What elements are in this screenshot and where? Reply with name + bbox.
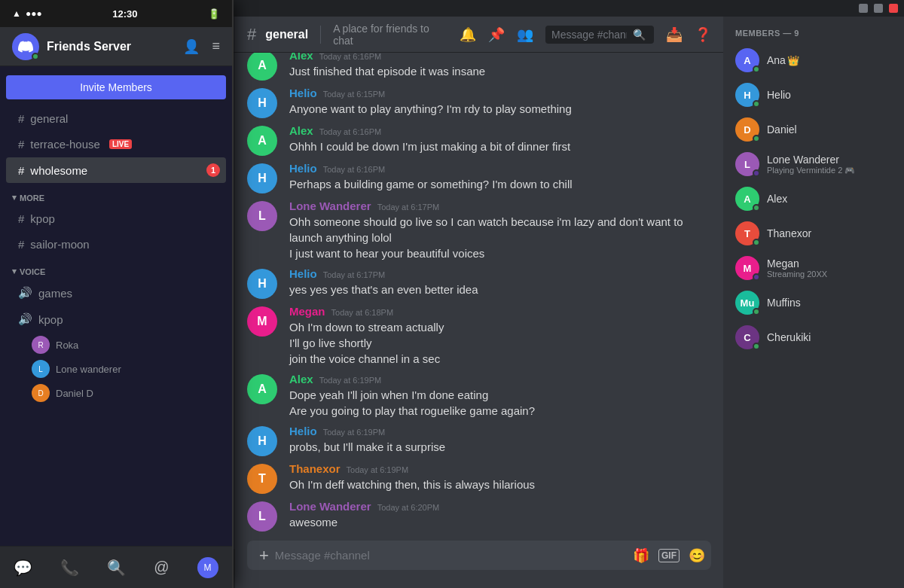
mobile-chat-icon[interactable]: 💬 bbox=[14, 559, 32, 577]
mobile-channel-terrace-house[interactable]: # terrace-house LIVE bbox=[6, 132, 226, 157]
online-indicator bbox=[32, 53, 39, 60]
mobile-call-icon[interactable]: 📞 bbox=[60, 559, 79, 577]
member-avatar: Mu bbox=[735, 291, 759, 315]
pin-icon[interactable]: 📌 bbox=[488, 26, 505, 43]
message-author[interactable]: Lone Wanderer bbox=[289, 500, 371, 513]
gift-icon[interactable]: 🎁 bbox=[633, 547, 649, 564]
message-time: Today at 6:20PM bbox=[377, 503, 440, 512]
message-author[interactable]: Helio bbox=[289, 267, 317, 280]
message-group: H Helio Today at 6:16PM Perhaps a buildi… bbox=[235, 159, 723, 197]
member-item[interactable]: M Megan Streaming 20XX bbox=[729, 251, 898, 285]
member-status-text: Streaming 20XX bbox=[767, 270, 892, 279]
signal-indicators: ▲ ●●● bbox=[12, 8, 42, 19]
member-name: Thanexor bbox=[767, 227, 892, 239]
speaker-icon: 🔊 bbox=[18, 312, 32, 326]
message-text-line: Oh I'm down to stream actually bbox=[289, 319, 711, 335]
mobile-channel-general[interactable]: # general bbox=[6, 106, 226, 131]
mobile-voice-games[interactable]: 🔊 games bbox=[6, 280, 226, 306]
mobile-channel-kpop[interactable]: # kpop bbox=[6, 206, 226, 231]
mobile-voice-kpop[interactable]: 🔊 kpop bbox=[6, 306, 226, 332]
message-text-line: I'll go live shortly bbox=[289, 335, 711, 351]
member-info: Megan Streaming 20XX bbox=[767, 257, 892, 279]
message-text: yes yes yes that's an even better idea bbox=[289, 282, 711, 297]
member-avatar: T bbox=[735, 221, 759, 245]
mobile-header-icons: 👤 ≡ bbox=[183, 38, 220, 55]
member-avatar: D bbox=[735, 117, 759, 142]
mobile-more-category[interactable]: ▾ MORE bbox=[0, 184, 232, 206]
mobile-voice-user-lone-wanderer[interactable]: L Lone wanderer bbox=[0, 357, 232, 381]
avatar: L bbox=[32, 360, 50, 378]
member-info: Alex bbox=[767, 193, 892, 205]
chevron-icon: ▾ bbox=[12, 193, 17, 203]
message-author[interactable]: Helio bbox=[289, 425, 317, 437]
mobile-menu-icon[interactable]: ≡ bbox=[212, 38, 220, 55]
message-content: Helio Today at 6:19PM probs, but I'll ma… bbox=[289, 425, 711, 455]
mobile-search-icon[interactable]: 🔍 bbox=[107, 559, 126, 577]
message-text-line: Just finished that episode it was insane bbox=[289, 63, 711, 79]
message-author[interactable]: Helio bbox=[289, 87, 317, 99]
main-chat: # general A place for friends to chat 🔔 … bbox=[235, 17, 723, 588]
minimize-button[interactable] bbox=[859, 4, 868, 13]
message-avatar: M bbox=[247, 306, 277, 337]
members-header: MEMBERS — 9 bbox=[729, 29, 898, 44]
mobile-channel-wholesome[interactable]: # wholesome 1 bbox=[6, 157, 226, 183]
live-badge: LIVE bbox=[109, 139, 132, 149]
message-input[interactable] bbox=[275, 541, 627, 570]
window-controls[interactable] bbox=[859, 4, 898, 13]
help-icon[interactable]: ❓ bbox=[695, 26, 711, 43]
search-bar[interactable]: 🔍 bbox=[545, 26, 654, 44]
mobile-badge-wholesome: 1 bbox=[206, 163, 220, 177]
message-author[interactable]: Megan bbox=[289, 305, 325, 318]
message-avatar: L bbox=[247, 501, 277, 532]
mobile-voice-user-daniel-d[interactable]: D Daniel D bbox=[0, 381, 232, 405]
member-item[interactable]: Mu Muffins bbox=[729, 286, 898, 319]
message-author[interactable]: Alex bbox=[289, 53, 313, 62]
message-author[interactable]: Alex bbox=[289, 373, 313, 385]
member-info: Helio bbox=[767, 89, 892, 101]
member-item[interactable]: A Alex bbox=[729, 182, 898, 215]
header-divider bbox=[320, 26, 321, 44]
message-group: M Megan Today at 6:18PM Oh I'm down to s… bbox=[235, 302, 723, 370]
message-text: Oh I'm down to stream actuallyI'll go li… bbox=[289, 319, 711, 367]
bell-icon[interactable]: 🔔 bbox=[460, 26, 476, 43]
message-text: Anyone want to play anything? I'm rdy to… bbox=[289, 101, 711, 117]
member-item[interactable]: H Helio bbox=[729, 78, 898, 111]
avatar: D bbox=[32, 384, 50, 402]
member-avatar: H bbox=[735, 83, 759, 107]
emoji-icon[interactable]: 😊 bbox=[689, 547, 705, 564]
mobile-invite-button[interactable]: Invite Members bbox=[6, 75, 226, 99]
member-item[interactable]: T Thanexor bbox=[729, 217, 898, 250]
hash-icon: # bbox=[18, 112, 24, 125]
mobile-mention-icon[interactable]: @ bbox=[154, 559, 169, 576]
member-item[interactable]: D Daniel bbox=[729, 113, 898, 146]
mobile-channel-sailor-moon[interactable]: # sailor-moon bbox=[6, 232, 226, 257]
message-author[interactable]: Lone Wanderer bbox=[289, 200, 371, 212]
member-item[interactable]: L Lone Wanderer Playing Vermintide 2 🎮 bbox=[729, 148, 898, 181]
search-icon: 🔍 bbox=[633, 29, 646, 41]
message-text: probs, but I'll make it a surprise bbox=[289, 439, 711, 455]
members-icon[interactable]: 👥 bbox=[517, 26, 533, 43]
server-avatar bbox=[12, 33, 39, 60]
chat-input-area: + 🎁 GIF 😊 bbox=[235, 541, 723, 588]
mobile-voice-user-roka[interactable]: R Roka bbox=[0, 333, 232, 357]
member-info: Ana👑 bbox=[767, 54, 892, 66]
close-button[interactable] bbox=[889, 4, 898, 13]
member-item[interactable]: C Cherukiki bbox=[729, 321, 898, 354]
channel-topic: A place for friends to chat bbox=[333, 23, 450, 47]
member-item[interactable]: A Ana👑 bbox=[729, 44, 898, 77]
message-header: Megan Today at 6:18PM bbox=[289, 305, 711, 318]
message-text-line: join the voice channel in a sec bbox=[289, 351, 711, 367]
message-author[interactable]: Helio bbox=[289, 162, 317, 175]
add-attachment-icon[interactable]: + bbox=[259, 546, 269, 565]
member-name: Alex bbox=[767, 193, 892, 205]
member-name: Helio bbox=[767, 89, 892, 101]
message-author[interactable]: Thanexor bbox=[289, 462, 341, 475]
search-input[interactable] bbox=[551, 29, 627, 41]
inbox-icon[interactable]: 📥 bbox=[666, 26, 683, 43]
mobile-add-user-icon[interactable]: 👤 bbox=[183, 38, 200, 55]
mobile-profile-icon[interactable]: M bbox=[197, 557, 218, 578]
message-author[interactable]: Alex bbox=[289, 124, 313, 137]
maximize-button[interactable] bbox=[874, 4, 883, 13]
mobile-voice-category[interactable]: ▾ VOICE bbox=[0, 257, 232, 279]
gif-icon[interactable]: GIF bbox=[658, 549, 680, 562]
